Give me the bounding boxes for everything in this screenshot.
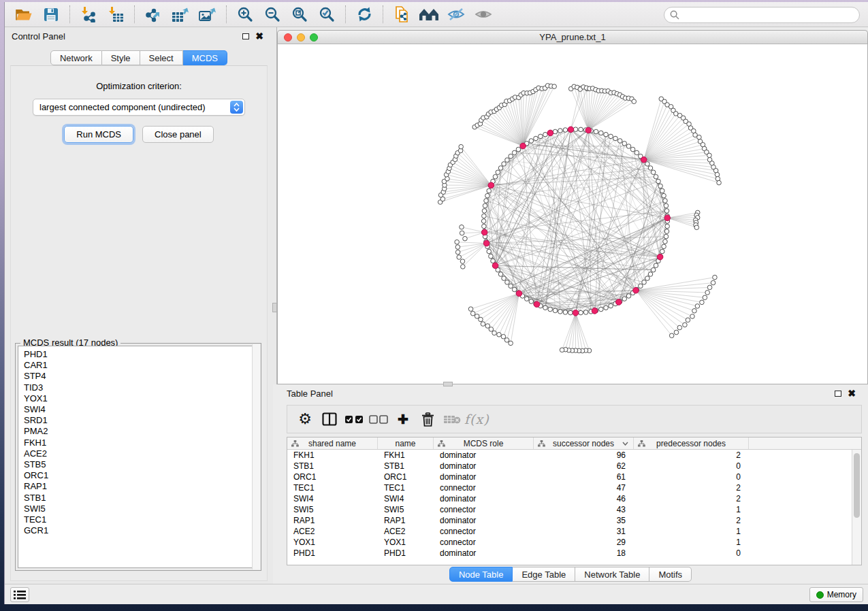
optimization-criterion-select[interactable]: largest connected component (undirected) <box>33 99 245 116</box>
mcds-node-name[interactable]: STB1 <box>24 493 258 503</box>
tab-edge-table[interactable]: Edge Table <box>513 567 575 582</box>
mcds-node-name[interactable]: PMA2 <box>24 426 258 437</box>
column-header-shared-name[interactable]: shared name <box>287 437 378 449</box>
refresh-layout-button[interactable] <box>351 3 378 25</box>
mcds-node-name[interactable]: ORC1 <box>24 470 258 481</box>
close-panel-action-button[interactable]: Close panel <box>142 126 214 143</box>
first-neighbors-button[interactable] <box>415 3 443 25</box>
mcds-node-name[interactable]: SRD1 <box>24 415 258 426</box>
hide-selected-button[interactable] <box>443 3 470 25</box>
zoom-selected-button[interactable] <box>313 3 340 25</box>
zoom-out-button[interactable] <box>259 3 286 25</box>
table-row[interactable]: PHD1PHD1dominator180 <box>287 548 852 559</box>
table-settings-button[interactable]: ⚙ <box>293 407 317 431</box>
mcds-node-name[interactable]: TID3 <box>24 382 258 393</box>
column-header-mcds-role[interactable]: MCDS role <box>434 437 534 449</box>
mcds-node-name[interactable]: RAP1 <box>24 481 258 492</box>
float-panel-button[interactable] <box>239 30 253 42</box>
table-row[interactable]: FKH1FKH1dominator962 <box>287 450 852 461</box>
table-close-button[interactable]: ✖ <box>845 387 858 399</box>
mcds-node-name[interactable]: CAR1 <box>24 360 258 371</box>
columns-icon <box>322 412 337 426</box>
mcds-node-name[interactable]: STP4 <box>24 371 258 382</box>
horizontal-splitter-grip[interactable] <box>443 382 453 386</box>
export-network-button[interactable] <box>140 3 167 25</box>
node-table-header: shared name name MCDS role <box>287 437 861 450</box>
import-network-button[interactable] <box>75 3 102 25</box>
export-table-button[interactable] <box>167 3 194 25</box>
mcds-node-name[interactable]: GCR1 <box>24 525 258 536</box>
table-row[interactable]: ORC1ORC1dominator610 <box>287 472 852 482</box>
network-canvas[interactable] <box>277 44 868 384</box>
control-panel: Control Panel ✖ Network Style Select MCD… <box>5 27 273 584</box>
toolbar-separator <box>134 5 135 23</box>
delete-table-button[interactable] <box>440 407 464 431</box>
run-mcds-button[interactable]: Run MCDS <box>64 126 133 143</box>
import-network-icon <box>80 7 97 22</box>
node-table: shared name name MCDS role <box>287 437 862 565</box>
zoom-fit-button[interactable] <box>286 3 313 25</box>
table-cell: 1 <box>634 527 749 536</box>
mcds-node-name[interactable]: PHD1 <box>24 349 258 360</box>
search-input[interactable] <box>683 10 859 20</box>
mcds-node-name[interactable]: TEC1 <box>24 514 258 525</box>
mcds-result-list[interactable]: PHD1CAR1STP4TID3YOX1SWI4SRD1PMA2FKH1ACE2… <box>18 346 259 568</box>
export-table-icon <box>172 7 190 22</box>
delete-column-button[interactable] <box>415 407 440 431</box>
save-button[interactable] <box>37 3 65 25</box>
create-column-button[interactable]: ✚ <box>391 407 415 431</box>
table-row[interactable]: YOX1YOX1connector291 <box>287 537 852 548</box>
fx-icon: f(x) <box>464 412 489 427</box>
memory-button[interactable]: Memory <box>809 587 863 602</box>
vertical-splitter-grip[interactable] <box>272 303 277 312</box>
table-row[interactable]: ACE2ACE2connector311 <box>287 526 852 537</box>
function-builder-button[interactable]: f(x) <box>464 407 489 431</box>
close-panel-button[interactable]: ✖ <box>253 30 266 42</box>
table-row[interactable]: SWI4SWI4dominator462 <box>287 493 852 504</box>
mcds-node-name[interactable]: STB5 <box>24 459 258 470</box>
table-row[interactable]: STB1STB1dominator620 <box>287 461 852 472</box>
tab-select[interactable]: Select <box>140 50 183 65</box>
mcds-list-scrollbar[interactable] <box>252 344 260 569</box>
select-all-columns-button[interactable] <box>342 407 366 431</box>
table-row[interactable]: SWI5SWI5connector431 <box>287 504 852 515</box>
table-float-button[interactable] <box>831 387 845 399</box>
import-table-button[interactable] <box>102 3 129 25</box>
table-cell: ORC1 <box>287 472 378 482</box>
zoom-in-button[interactable] <box>231 3 259 25</box>
unselect-all-columns-button[interactable] <box>366 407 391 431</box>
table-cell: 35 <box>534 516 634 525</box>
close-icon: ✖ <box>848 388 856 399</box>
open-button[interactable] <box>10 3 37 25</box>
mcds-node-name[interactable]: FKH1 <box>24 437 258 448</box>
search-field[interactable] <box>664 7 860 23</box>
task-history-button[interactable] <box>10 587 29 602</box>
table-scrollbar-thumb[interactable] <box>854 453 860 518</box>
show-columns-button[interactable] <box>317 407 342 431</box>
mcds-result-box: MCDS result (17 nodes) PHD1CAR1STP4TID3Y… <box>15 343 261 571</box>
toolbar-separator <box>226 5 227 23</box>
tab-network-table[interactable]: Network Table <box>575 567 649 582</box>
tab-mcds[interactable]: MCDS <box>183 50 227 65</box>
tab-motifs[interactable]: Motifs <box>649 567 692 582</box>
column-header-name[interactable]: name <box>378 437 434 449</box>
table-row[interactable]: RAP1RAP1dominator352 <box>287 515 852 526</box>
zoom-fit-icon <box>291 6 308 22</box>
mcds-node-name[interactable]: YOX1 <box>24 393 258 404</box>
column-header-predecessor-nodes[interactable]: predecessor nodes <box>634 437 749 449</box>
clone-network-icon <box>393 6 411 23</box>
table-scrollbar[interactable] <box>852 450 861 565</box>
mcds-node-name[interactable]: SWI5 <box>24 503 258 514</box>
clone-network-button[interactable] <box>388 3 415 25</box>
mcds-node-name[interactable]: SWI4 <box>24 404 258 415</box>
column-header-successor-nodes[interactable]: successor nodes <box>534 437 634 449</box>
table-row[interactable]: TEC1TEC1connector472 <box>287 482 852 493</box>
export-image-button[interactable] <box>194 3 221 25</box>
gear-icon: ⚙ <box>298 410 312 428</box>
toolbar-separator <box>345 5 346 23</box>
tab-network[interactable]: Network <box>50 50 102 65</box>
tab-style[interactable]: Style <box>102 50 140 65</box>
mcds-node-name[interactable]: ACE2 <box>24 448 258 459</box>
show-all-button[interactable] <box>470 3 497 25</box>
tab-node-table[interactable]: Node Table <box>449 567 513 582</box>
